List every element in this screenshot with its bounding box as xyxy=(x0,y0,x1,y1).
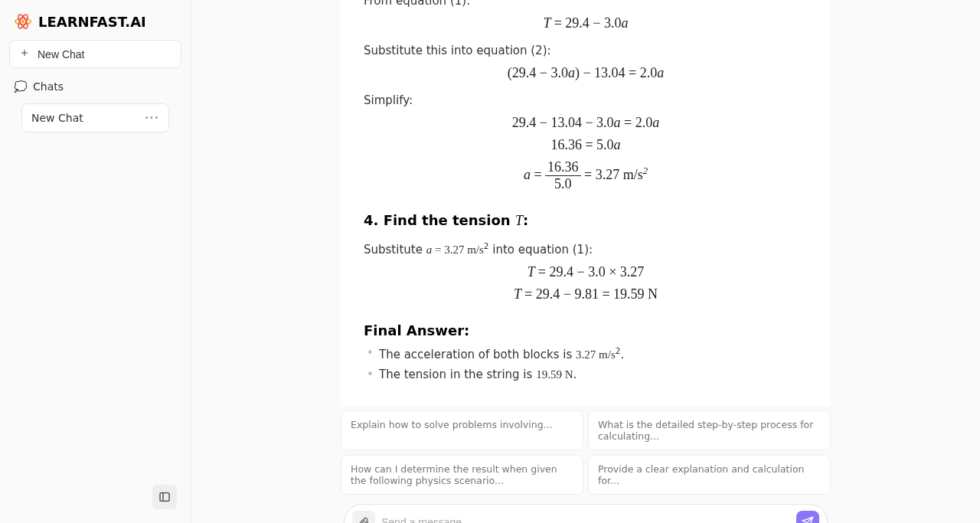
new-chat-button[interactable]: New Chat xyxy=(9,40,181,68)
equation-2: (29.4 − 3.0a) − 13.04 = 2.0a xyxy=(364,65,808,81)
equation-1: T = 29.4 − 3.0a xyxy=(364,15,808,31)
attach-button[interactable] xyxy=(352,511,375,523)
text-substitute: Substitute this into equation (2): xyxy=(364,44,808,57)
svg-point-3 xyxy=(21,20,24,23)
sidebar: LEARNFAST.AI New Chat 💭 Chats New Chat ·… xyxy=(0,0,191,523)
text-substitute-a: Substitute a = 3.27 m/s2 into equation (… xyxy=(364,241,808,257)
paperclip-icon xyxy=(358,516,370,523)
chat-item[interactable]: New Chat ··· xyxy=(21,103,169,132)
equation-7: T = 29.4 − 9.81 = 19.59 N xyxy=(364,286,808,302)
chat-content: From equation (1): T = 29.4 − 3.0a Subst… xyxy=(341,0,831,406)
new-chat-label: New Chat xyxy=(38,48,84,60)
svg-rect-6 xyxy=(160,493,169,502)
message-input[interactable] xyxy=(381,516,790,523)
main: From equation (1): T = 29.4 − 3.0a Subst… xyxy=(191,0,980,523)
text-from-eq1: From equation (1): xyxy=(364,0,808,8)
logo-icon xyxy=(14,12,32,31)
equation-6: T = 29.4 − 3.0 × 3.27 xyxy=(364,264,808,280)
chats-label: Chats xyxy=(33,80,64,93)
equation-5: a = 16.365.0 = 3.27 m/s2 xyxy=(364,159,808,192)
chats-header[interactable]: 💭 Chats xyxy=(9,74,181,99)
equation-3: 29.4 − 13.04 − 3.0a = 2.0a xyxy=(364,115,808,131)
logo: LEARNFAST.AI xyxy=(9,9,181,40)
message-input-bar xyxy=(344,504,828,523)
heading-find-tension: 4. Find the tension T: xyxy=(364,212,808,229)
collapse-sidebar-button[interactable] xyxy=(152,485,177,509)
suggestion-4[interactable]: Provide a clear explanation and calculat… xyxy=(588,455,831,495)
panel-icon xyxy=(158,491,171,503)
ellipsis-icon[interactable]: ··· xyxy=(145,112,159,124)
chat-bubble-icon: 💭 xyxy=(14,80,27,93)
plus-icon xyxy=(19,47,30,60)
answer-tension: The tension in the string is 19.59 N. xyxy=(379,368,808,381)
logo-text: LEARNFAST.AI xyxy=(38,14,146,30)
suggestion-1[interactable]: Explain how to solve problems involving.… xyxy=(341,410,583,450)
suggestions: Explain how to solve problems involving.… xyxy=(341,410,831,495)
send-icon xyxy=(802,516,814,523)
chat-item-label: New Chat xyxy=(31,112,83,124)
suggestion-3[interactable]: How can I determine the result when give… xyxy=(341,455,583,495)
equation-4: 16.36 = 5.0a xyxy=(364,137,808,153)
heading-final-answer: Final Answer: xyxy=(364,322,808,338)
answer-acceleration: The acceleration of both blocks is 3.27 … xyxy=(379,346,808,361)
send-button[interactable] xyxy=(796,511,819,523)
text-simplify: Simplify: xyxy=(364,93,808,107)
suggestion-2[interactable]: What is the detailed step-by-step proces… xyxy=(588,410,831,450)
